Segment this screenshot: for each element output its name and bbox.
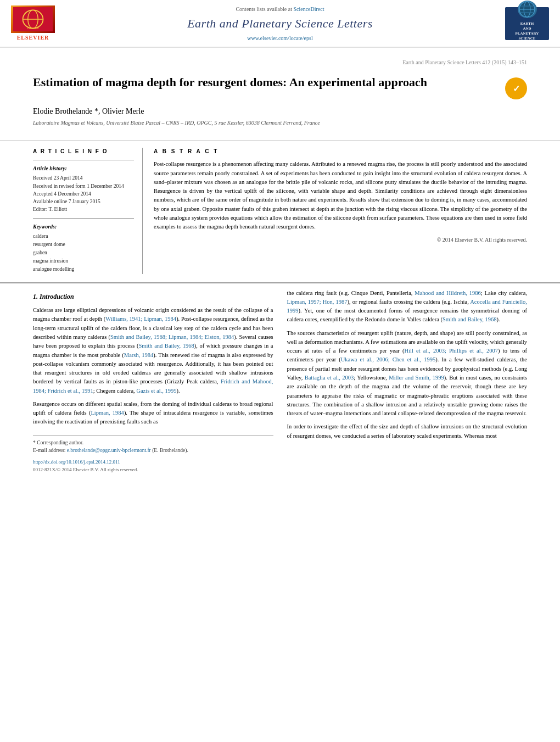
editor: Editor: T. Elliott — [33, 205, 134, 213]
accepted-date: Accepted 4 December 2014 — [33, 190, 134, 198]
journal-logo-text: EARTHANDPLANETARYSCIENCELETTERS — [513, 19, 541, 48]
cite-battaglia[interactable]: Battaglia et al., 2003 — [305, 375, 354, 381]
cite-gazis[interactable]: Gazis et al., 1995 — [136, 388, 176, 394]
article-title-block: Estimation of magma depth for resurgent … — [33, 75, 527, 99]
body-para-right-2: The sources characteristics of resurgent… — [287, 329, 528, 419]
cite-williams[interactable]: Williams, 1941; Lipman, 1984 — [105, 316, 176, 322]
section-1-heading: 1. Introduction — [33, 292, 273, 302]
doi-line[interactable]: http://dx.doi.org/10.1016/j.epsl.2014.12… — [33, 459, 273, 466]
journal-logo-right: EARTHANDPLANETARYSCIENCELETTERS — [505, 7, 549, 40]
keyword-graben: graben — [33, 249, 134, 257]
article-info: A R T I C L E I N F O Article history: R… — [33, 148, 143, 274]
revised-date: Received in revised form 1 December 2014 — [33, 182, 134, 190]
cite-mahood[interactable]: Mahood and Hildreth, 1986 — [415, 290, 480, 296]
page: ELSEVIER ELSEVIER Contents lists availab… — [0, 0, 560, 742]
body-para-2: Resurgence occurs on different spatial s… — [33, 400, 273, 427]
keyword-magma-intrusion: magma intrusion — [33, 257, 134, 265]
header-center: Contents lists available at ScienceDirec… — [55, 5, 505, 42]
keywords-label: Keywords: — [33, 223, 134, 231]
col-right: the caldera ring fault (e.g. Cinque Dent… — [287, 289, 528, 474]
abstract-title: A B S T R A C T — [154, 148, 527, 155]
body-para-1: Calderas are large elliptical depression… — [33, 306, 273, 395]
article-title-text: Estimation of magma depth for resurgent … — [33, 75, 494, 91]
col-left: 1. Introduction Calderas are large ellip… — [33, 289, 273, 474]
received-date: Received 23 April 2014 — [33, 174, 134, 182]
header-top-link: Contents lists available at ScienceDirec… — [66, 5, 494, 13]
elsevier-logo: ELSEVIER ELSEVIER — [11, 5, 55, 42]
affiliation: Laboratoire Magmas et Volcans, Universit… — [33, 119, 527, 127]
abstract-section: A B S T R A C T Post-collapse resurgence… — [154, 148, 527, 274]
svg-text:ELSEVIER: ELSEVIER — [27, 27, 39, 30]
cite-ukawa[interactable]: Ukawa et al., 2006; Chen et al., 1995 — [341, 356, 435, 362]
keyword-caldera: caldera — [33, 232, 134, 241]
article-body: 1. Introduction Calderas are large ellip… — [0, 282, 560, 479]
article-history-label: Article history: — [33, 165, 134, 172]
footnote-corresponding: * Corresponding author. — [33, 439, 273, 447]
cite-lipman-lake[interactable]: Lipman, 1997; Hon, 1987 — [287, 299, 348, 305]
abstract-text: Post-collapse resurgence is a phenomenon… — [154, 160, 527, 231]
cite-smith-process[interactable]: Smith and Bailey, 1968 — [138, 343, 194, 349]
authors: Elodie Brothelande *, Olivier Merle — [33, 106, 527, 117]
elsevier-graphic: ELSEVIER — [11, 5, 55, 33]
copyright: © 2014 Elsevier B.V. All rights reserved… — [154, 236, 527, 244]
body-columns: 1. Introduction Calderas are large ellip… — [33, 289, 527, 474]
sciencedirect-link[interactable]: ScienceDirect — [293, 6, 324, 12]
elsevier-label: ELSEVIER — [17, 34, 49, 42]
body-para-right-3: In order to investigate the effect of th… — [287, 422, 528, 440]
cite-smith-bailey-2[interactable]: Smith and Bailey, 1968 — [443, 316, 496, 322]
section-divider-2 — [33, 218, 134, 219]
rights-line: 0012-821X/© 2014 Elsevier B.V. All right… — [33, 466, 273, 474]
cite-lipman-scales[interactable]: Lipman, 1984 — [91, 410, 124, 416]
journal-header: ELSEVIER ELSEVIER Contents lists availab… — [0, 0, 560, 48]
footnote-area: * Corresponding author. E-mail address: … — [33, 435, 273, 474]
keyword-resurgent-dome: resurgent dome — [33, 241, 134, 249]
footnote-email: E-mail address: e.brothelande@opgc.univ-… — [33, 447, 273, 454]
body-para-right-1: the caldera ring fault (e.g. Cinque Dent… — [287, 289, 528, 325]
earth-globe-icon — [518, 1, 537, 18]
cite-smith-bailey[interactable]: Smith and Bailey, 1968; Lipman, 1984; El… — [110, 334, 234, 340]
journal-title: Earth and Planetary Science Letters — [66, 15, 494, 32]
crossmark-badge[interactable]: ✓ — [505, 77, 527, 99]
cite-hill[interactable]: Hill et al., 2003; Phillips et al., 2007 — [405, 348, 499, 354]
svg-text:✓: ✓ — [513, 84, 520, 93]
section-divider — [33, 160, 134, 160]
online-date: Available online 7 January 2015 — [33, 198, 134, 205]
article-header: Earth and Planetary Science Letters 412 … — [0, 48, 560, 141]
article-info-abstract: A R T I C L E I N F O Article history: R… — [0, 141, 560, 274]
keyword-analogue-modelling: analogue modelling — [33, 265, 134, 274]
journal-url[interactable]: www.elsevier.com/locate/epsl — [66, 35, 494, 42]
footnote-email-link[interactable]: e.brothelande@opgc.univ-bpclermont.fr — [67, 448, 151, 453]
cite-marsh[interactable]: Marsh, 1984 — [124, 352, 154, 358]
article-info-title: A R T I C L E I N F O — [33, 148, 134, 155]
cite-miller[interactable]: Miller and Smith, 1999 — [389, 375, 444, 381]
journal-ref: Earth and Planetary Science Letters 412 … — [33, 59, 527, 66]
